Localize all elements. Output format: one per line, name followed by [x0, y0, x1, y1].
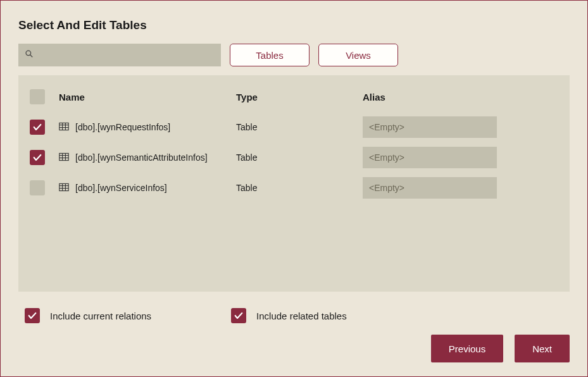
svg-point-0 — [26, 51, 31, 56]
row-checkbox[interactable] — [30, 180, 45, 195]
toolbar: Tables Views — [18, 44, 570, 66]
table-row: [dbo].[wynRequestInfos]Table — [23, 112, 565, 142]
table-row: [dbo].[wynSemanticAttributeInfos]Table — [23, 142, 565, 173]
include-current-relations-label: Include current relations — [50, 311, 151, 321]
column-header-alias: Alias — [363, 92, 562, 102]
search-icon — [25, 49, 34, 61]
tables-filter-button[interactable]: Tables — [230, 44, 310, 66]
alias-input[interactable] — [363, 147, 497, 168]
svg-rect-12 — [59, 183, 68, 190]
table-icon — [59, 122, 69, 133]
row-type: Table — [236, 183, 363, 193]
alias-input[interactable] — [363, 116, 497, 138]
column-header-type: Type — [236, 92, 363, 102]
row-type: Table — [236, 152, 363, 163]
include-related-tables-checkbox[interactable] — [231, 308, 246, 323]
options-bar: Include current relations Include relate… — [18, 300, 570, 335]
row-name: [dbo].[wynSemanticAttributeInfos] — [75, 152, 208, 163]
previous-button[interactable]: Previous — [431, 335, 503, 362]
alias-input[interactable] — [363, 177, 497, 199]
row-name: [dbo].[wynServiceInfos] — [75, 183, 167, 193]
svg-line-1 — [30, 55, 33, 58]
select-all-checkbox[interactable] — [30, 89, 45, 104]
table-icon — [59, 152, 69, 163]
views-filter-button[interactable]: Views — [318, 44, 398, 66]
row-checkbox[interactable] — [30, 150, 45, 165]
row-name: [dbo].[wynRequestInfos] — [75, 122, 170, 132]
search-box[interactable] — [18, 44, 221, 66]
table-header-row: Name Type Alias — [23, 82, 565, 112]
include-current-relations-checkbox[interactable] — [25, 308, 40, 323]
svg-rect-7 — [59, 153, 68, 160]
table-icon — [59, 183, 69, 194]
search-input[interactable] — [34, 44, 215, 66]
next-button[interactable]: Next — [515, 335, 570, 362]
table-row: [dbo].[wynServiceInfos]Table — [23, 173, 565, 203]
row-checkbox[interactable] — [30, 120, 45, 135]
column-header-name: Name — [59, 92, 236, 102]
row-type: Table — [236, 122, 363, 132]
include-related-tables-label: Include related tables — [256, 311, 347, 321]
footer: Previous Next — [18, 335, 570, 362]
tables-list: Name Type Alias [dbo].[wynRequestInfos]T… — [18, 75, 570, 292]
svg-rect-2 — [59, 123, 68, 130]
page-title: Select And Edit Tables — [18, 18, 570, 32]
